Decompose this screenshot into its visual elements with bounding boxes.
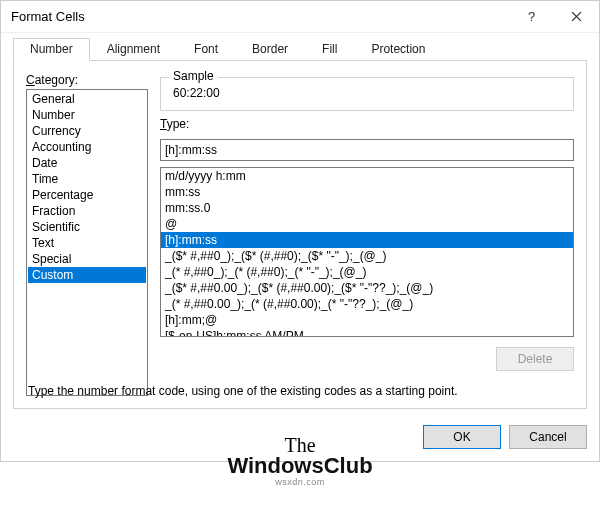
category-item[interactable]: Currency [28,123,146,139]
tab-fill[interactable]: Fill [305,38,354,61]
category-item[interactable]: Percentage [28,187,146,203]
tab-number[interactable]: Number [13,38,90,61]
type-list-item[interactable]: _(* #,##0_);_(* (#,##0);_(* "-"_);_(@_) [161,264,573,280]
type-input[interactable] [160,139,574,161]
tab-alignment[interactable]: Alignment [90,38,177,61]
type-list-item[interactable]: [h]:mm:ss [161,232,573,248]
type-label: Type: [160,117,574,131]
type-list-item[interactable]: [$-en-US]h:mm:ss AM/PM [161,328,573,337]
dialog-content: NumberAlignmentFontBorderFillProtection … [1,33,599,417]
category-item[interactable]: Text [28,235,146,251]
sample-group: Sample 60:22:00 [160,77,574,111]
category-item[interactable]: Fraction [28,203,146,219]
hint-text: Type the number format code, using one o… [26,374,574,400]
format-cells-dialog: Format Cells ? NumberAlignmentFontBorder… [0,0,600,462]
type-list[interactable]: m/d/yyyy h:mmmm:ssmm:ss.0@[h]:mm:ss_($* … [160,167,574,337]
close-button[interactable] [554,1,599,33]
titlebar: Format Cells ? [1,1,599,33]
type-list-item[interactable]: mm:ss.0 [161,200,573,216]
type-list-item[interactable]: @ [161,216,573,232]
category-label: Category: [26,73,148,87]
close-icon [571,11,582,22]
category-item[interactable]: General [28,91,146,107]
category-item[interactable]: Number [28,107,146,123]
tab-border[interactable]: Border [235,38,305,61]
category-item[interactable]: Custom [28,267,146,283]
help-button[interactable]: ? [509,1,554,33]
category-item[interactable]: Date [28,155,146,171]
tab-strip: NumberAlignmentFontBorderFillProtection [13,37,587,61]
type-list-item[interactable]: mm:ss [161,184,573,200]
tab-font[interactable]: Font [177,38,235,61]
type-list-item[interactable]: [h]:mm;@ [161,312,573,328]
delete-button: Delete [496,347,574,371]
tab-protection[interactable]: Protection [354,38,442,61]
type-list-item[interactable]: _($* #,##0_);_($* (#,##0);_($* "-"_);_(@… [161,248,573,264]
category-item[interactable]: Accounting [28,139,146,155]
category-list[interactable]: GeneralNumberCurrencyAccountingDateTimeP… [26,89,148,396]
right-column: Sample 60:22:00 Type: m/d/yyyy h:mmmm:ss… [160,73,574,396]
category-column: Category: GeneralNumberCurrencyAccountin… [26,73,148,396]
sample-legend: Sample [169,69,218,83]
tab-number-panel: Category: GeneralNumberCurrencyAccountin… [13,61,587,409]
ok-button[interactable]: OK [423,425,501,449]
cancel-button[interactable]: Cancel [509,425,587,449]
category-item[interactable]: Time [28,171,146,187]
type-list-item[interactable]: _(* #,##0.00_);_(* (#,##0.00);_(* "-"??_… [161,296,573,312]
type-list-item[interactable]: _($* #,##0.00_);_($* (#,##0.00);_($* "-"… [161,280,573,296]
category-item[interactable]: Scientific [28,219,146,235]
category-item[interactable]: Special [28,251,146,267]
dialog-buttons: OK Cancel [1,417,599,461]
sample-value: 60:22:00 [171,84,563,100]
window-title: Format Cells [11,9,509,24]
type-list-item[interactable]: m/d/yyyy h:mm [161,168,573,184]
